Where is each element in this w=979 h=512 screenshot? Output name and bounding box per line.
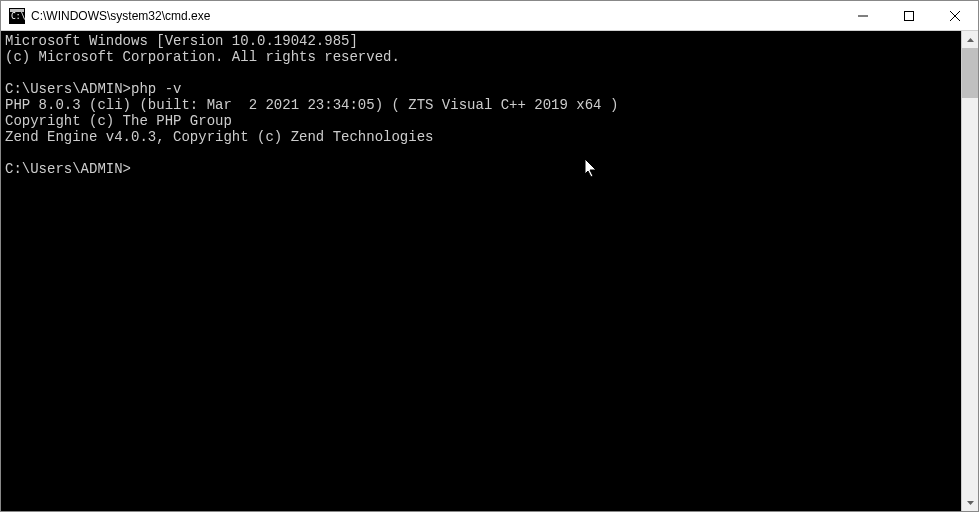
terminal-line: Copyright (c) The PHP Group xyxy=(5,113,232,129)
maximize-button[interactable] xyxy=(886,1,932,30)
svg-marker-7 xyxy=(967,38,974,42)
chevron-down-icon xyxy=(967,501,974,505)
window-title: C:\WINDOWS\system32\cmd.exe xyxy=(31,9,840,23)
console-wrap: Microsoft Windows [Version 10.0.19042.98… xyxy=(1,31,978,511)
titlebar[interactable]: C:\ C:\WINDOWS\system32\cmd.exe xyxy=(1,1,978,31)
terminal-line: C:\Users\ADMIN>php -v xyxy=(5,81,181,97)
vertical-scrollbar[interactable] xyxy=(961,31,978,511)
terminal-line: Zend Engine v4.0.3, Copyright (c) Zend T… xyxy=(5,129,433,145)
close-button[interactable] xyxy=(932,1,978,30)
minimize-icon xyxy=(858,11,868,21)
terminal-output[interactable]: Microsoft Windows [Version 10.0.19042.98… xyxy=(1,31,961,511)
chevron-up-icon xyxy=(967,38,974,42)
scroll-down-arrow[interactable] xyxy=(962,494,978,511)
svg-rect-4 xyxy=(905,11,914,20)
svg-text:C:\: C:\ xyxy=(11,12,25,21)
terminal-line: Microsoft Windows [Version 10.0.19042.98… xyxy=(5,33,358,49)
titlebar-buttons xyxy=(840,1,978,30)
minimize-button[interactable] xyxy=(840,1,886,30)
close-icon xyxy=(950,11,960,21)
maximize-icon xyxy=(904,11,914,21)
scroll-track[interactable] xyxy=(962,48,978,494)
cmd-icon: C:\ xyxy=(9,8,25,24)
terminal-line: (c) Microsoft Corporation. All rights re… xyxy=(5,49,400,65)
scroll-up-arrow[interactable] xyxy=(962,31,978,48)
terminal-prompt: C:\Users\ADMIN> xyxy=(5,161,131,177)
terminal-line: PHP 8.0.3 (cli) (built: Mar 2 2021 23:34… xyxy=(5,97,618,113)
scroll-thumb[interactable] xyxy=(962,48,978,98)
svg-marker-8 xyxy=(967,501,974,505)
